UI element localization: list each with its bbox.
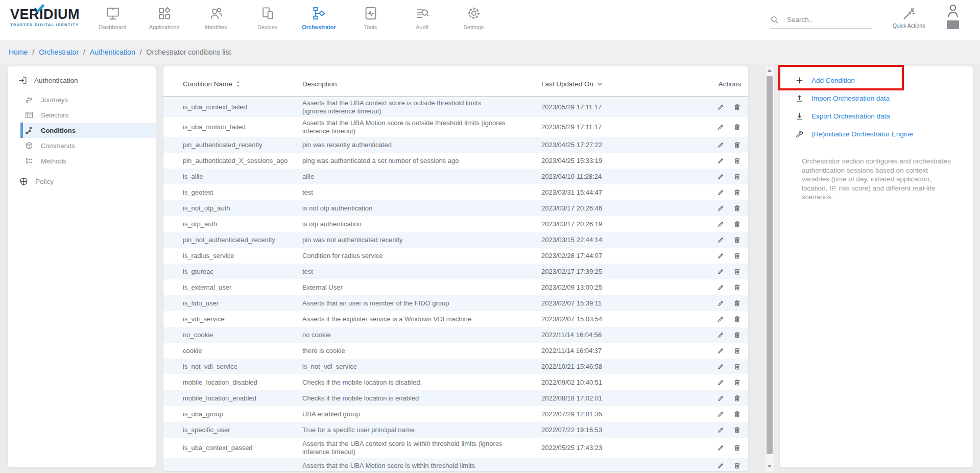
edit-pencil-icon[interactable] <box>717 426 725 434</box>
scroll-down-arrow-icon[interactable] <box>768 465 772 468</box>
column-header-description[interactable]: Description <box>302 80 541 88</box>
reinitialize-engine-button[interactable]: (Re)initialize Orchestrator Engine <box>780 125 973 143</box>
table-row[interactable]: cookie there is cookie 2022/11/14 16:04:… <box>163 343 748 359</box>
sidebar-section-authentication[interactable]: Authentication <box>18 76 156 85</box>
user-profile-button[interactable] <box>942 3 964 29</box>
table-row[interactable]: pin_authenticated_X_sessions_ago ping wa… <box>163 153 748 169</box>
breadcrumb-link-orchestrator[interactable]: Orchestrator <box>39 48 79 56</box>
import-orchestration-button[interactable]: Import Orchestration data <box>780 89 973 107</box>
add-condition-button[interactable]: Add Condition <box>780 72 973 89</box>
edit-pencil-icon[interactable] <box>717 444 725 452</box>
edit-pencil-icon[interactable] <box>717 283 725 291</box>
sidebar-item-policy[interactable]: Policy <box>19 177 156 186</box>
delete-trash-icon[interactable] <box>733 188 741 196</box>
edit-pencil-icon[interactable] <box>717 299 725 307</box>
delete-trash-icon[interactable] <box>733 462 741 469</box>
nav-item-audit[interactable]: Audit <box>396 5 448 30</box>
edit-pencil-icon[interactable] <box>717 268 725 275</box>
nav-item-identities[interactable]: Identities <box>190 5 242 30</box>
scrollbar-thumb[interactable] <box>767 76 773 454</box>
table-row[interactable]: is_gtureac test 2023/02/17 17:39:25 <box>163 264 748 279</box>
delete-trash-icon[interactable] <box>733 173 741 180</box>
delete-trash-icon[interactable] <box>733 299 741 307</box>
edit-pencil-icon[interactable] <box>717 410 725 418</box>
delete-trash-icon[interactable] <box>733 141 741 149</box>
edit-pencil-icon[interactable] <box>717 103 725 111</box>
table-row[interactable]: is_geotest test 2023/03/31 15:44:47 <box>163 184 748 200</box>
edit-pencil-icon[interactable] <box>717 188 725 196</box>
edit-pencil-icon[interactable] <box>717 331 725 339</box>
table-row[interactable]: is_uba_motion_failed Asserts that the UB… <box>163 117 748 137</box>
nav-item-orchestrator[interactable]: Orchestrator <box>293 5 345 30</box>
column-header-last-updated[interactable]: Last Updated On <box>541 80 695 88</box>
breadcrumb-link-home[interactable]: Home <box>9 48 28 56</box>
delete-trash-icon[interactable] <box>733 252 741 259</box>
table-row[interactable]: Asserts that the UBA Motion score is wit… <box>163 458 748 471</box>
sidebar-item-conditions[interactable]: Conditions <box>20 123 156 138</box>
table-row[interactable]: is_external_user External User 2023/02/0… <box>163 279 748 295</box>
delete-trash-icon[interactable] <box>733 123 741 131</box>
edit-pencil-icon[interactable] <box>717 379 725 386</box>
nav-item-settings[interactable]: Settings <box>448 5 499 30</box>
table-row[interactable]: is_radius_service Condition for radius s… <box>163 248 748 264</box>
table-row[interactable]: is_ailie ailie 2023/04/10 11:28:24 <box>163 169 748 184</box>
table-row[interactable]: mobile_location_disabled Checks if the m… <box>163 374 748 390</box>
table-row[interactable]: is_fido_user Asserts that an user is mem… <box>163 295 748 311</box>
edit-pencil-icon[interactable] <box>717 462 725 469</box>
delete-trash-icon[interactable] <box>733 315 741 323</box>
export-orchestration-button[interactable]: Export Orchestration data <box>780 107 973 125</box>
edit-pencil-icon[interactable] <box>717 123 725 131</box>
table-row[interactable]: is_uba_context_failed Asserts that the U… <box>163 97 748 117</box>
sidebar-item-commands[interactable]: Commands <box>20 138 156 153</box>
table-row[interactable]: is_vdi_service Asserts if the exploiter … <box>163 311 748 327</box>
delete-trash-icon[interactable] <box>733 379 741 386</box>
nav-item-dashboard[interactable]: Dashboard <box>87 5 138 30</box>
sidebar-item-selectors[interactable]: Selectors <box>20 107 156 123</box>
delete-trash-icon[interactable] <box>733 220 741 228</box>
table-row[interactable]: is_uba_context_passed Asserts that the U… <box>163 438 748 458</box>
scroll-up-arrow-icon[interactable] <box>768 69 772 72</box>
table-row[interactable]: no_cookie no cookie 2022/11/14 16:04:56 <box>163 327 748 343</box>
veridium-logo[interactable]: VERIDIUM TRUSTED DIGITAL IDENTITY <box>10 7 97 27</box>
delete-trash-icon[interactable] <box>733 236 741 244</box>
table-row[interactable]: pin_authenticated_recently pin was recen… <box>163 137 748 153</box>
edit-pencil-icon[interactable] <box>717 347 725 354</box>
delete-trash-icon[interactable] <box>733 331 741 339</box>
edit-pencil-icon[interactable] <box>717 141 725 149</box>
table-row[interactable]: is_uba_group UBA enabled group 2022/07/2… <box>163 406 748 422</box>
column-header-condition-name[interactable]: Condition Name <box>183 80 302 88</box>
delete-trash-icon[interactable] <box>733 394 741 402</box>
delete-trash-icon[interactable] <box>733 283 741 291</box>
sidebar-item-methods[interactable]: Methods <box>20 153 156 169</box>
search-input[interactable]: Search.. <box>770 15 872 29</box>
edit-pencil-icon[interactable] <box>717 157 725 164</box>
nav-item-applications[interactable]: Applications <box>138 5 190 30</box>
edit-pencil-icon[interactable] <box>717 220 725 228</box>
nav-item-tools[interactable]: Tools <box>345 5 396 30</box>
nav-item-devices[interactable]: Devices <box>242 5 293 30</box>
delete-trash-icon[interactable] <box>733 363 741 370</box>
delete-trash-icon[interactable] <box>733 103 741 111</box>
edit-pencil-icon[interactable] <box>717 315 725 323</box>
quick-actions-button[interactable]: Quick Actions <box>879 5 938 29</box>
table-row[interactable]: mobile_location_enabled Checks if the mo… <box>163 390 748 406</box>
delete-trash-icon[interactable] <box>733 204 741 212</box>
table-row[interactable]: pin_not_authenticated_recently pin was n… <box>163 232 748 248</box>
delete-trash-icon[interactable] <box>733 157 741 164</box>
table-row[interactable]: is_otp_auth is otp authentication 2023/0… <box>163 216 748 232</box>
delete-trash-icon[interactable] <box>733 410 741 418</box>
edit-pencil-icon[interactable] <box>717 394 725 402</box>
edit-pencil-icon[interactable] <box>717 204 725 212</box>
table-row[interactable]: is_not_otp_auth is not otp authenticatio… <box>163 200 748 216</box>
edit-pencil-icon[interactable] <box>717 173 725 180</box>
table-row[interactable]: is_specific_user True for a specific use… <box>163 422 748 438</box>
delete-trash-icon[interactable] <box>733 426 741 434</box>
delete-trash-icon[interactable] <box>733 444 741 452</box>
edit-pencil-icon[interactable] <box>717 252 725 259</box>
delete-trash-icon[interactable] <box>733 347 741 354</box>
edit-pencil-icon[interactable] <box>717 363 725 370</box>
delete-trash-icon[interactable] <box>733 268 741 275</box>
table-row[interactable]: is_not_vdi_service is_not_vdi_service 20… <box>163 359 748 374</box>
edit-pencil-icon[interactable] <box>717 236 725 244</box>
sidebar-item-journeys[interactable]: Journeys <box>20 92 156 107</box>
